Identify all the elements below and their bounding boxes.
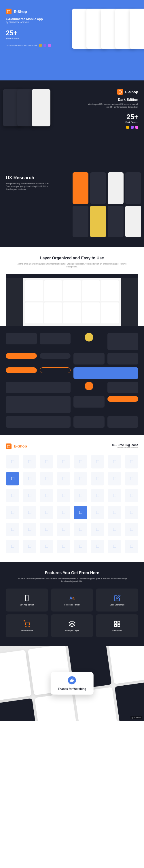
- icon-cell: [6, 472, 19, 486]
- icon-cell: [74, 523, 87, 536]
- artboard-thumb: [101, 280, 119, 301]
- svg-rect-19: [11, 494, 14, 497]
- icon-cell: [23, 506, 36, 519]
- ui-tab-bar: [6, 416, 71, 428]
- svg-rect-27: [11, 511, 14, 514]
- ui-avatar: [85, 333, 93, 342]
- dark-title: Dark Edition: [87, 98, 138, 102]
- svg-rect-57: [118, 624, 120, 626]
- artboard-thumb: [63, 280, 81, 301]
- mockup-screen: [129, 9, 144, 49]
- mockup-screen: [108, 646, 144, 684]
- hero-mockups: [78, 9, 144, 49]
- svg-rect-37: [45, 528, 48, 530]
- svg-rect-3: [11, 460, 14, 463]
- icon-cell: [40, 489, 53, 502]
- icon-cell: [108, 506, 121, 519]
- hero-section: E-Shop E-Commerce Mobile app By PTI DIGI…: [0, 0, 144, 81]
- svg-rect-7: [79, 460, 82, 463]
- artboard-thumb: [44, 280, 62, 301]
- svg-point-52: [26, 626, 26, 627]
- mockup-screen: [90, 206, 106, 237]
- components-grid: [6, 333, 138, 428]
- mockup-screen: [108, 172, 124, 204]
- icon-cell: [74, 489, 87, 502]
- icon-cell: [23, 540, 36, 553]
- artboard-thumb: [101, 303, 119, 323]
- svg-rect-11: [11, 477, 14, 480]
- icon-cell: [74, 540, 87, 553]
- icon-cell: [40, 540, 53, 553]
- ui-button-outline: [40, 367, 71, 373]
- feature-card: Free Icons: [96, 614, 138, 638]
- editor-layers-panel: [6, 278, 23, 326]
- icon-cell: [108, 472, 121, 486]
- mockup-screen: [73, 172, 89, 204]
- icon-cell: [108, 489, 121, 502]
- design-tool-screenshot: [6, 274, 138, 326]
- ux-research-section: UX Research We spend many time to resear…: [0, 166, 144, 247]
- feature-label: Ready to Use: [21, 629, 33, 631]
- svg-rect-55: [115, 621, 117, 623]
- ui-profile-card: [73, 367, 138, 379]
- icon-cell: [6, 455, 19, 468]
- svg-rect-50: [130, 545, 133, 548]
- feature-card: Easy Customize: [96, 589, 138, 612]
- icon-cell: [108, 523, 121, 536]
- icon-cell: [6, 506, 19, 519]
- svg-rect-12: [28, 477, 31, 480]
- ui-components-section: [0, 326, 144, 435]
- icon-cell: [108, 455, 121, 468]
- icon-cell: [91, 455, 104, 468]
- features-description: This kit is 100% compatible with iOS sys…: [6, 577, 138, 583]
- icon-cell: [125, 506, 138, 519]
- svg-rect-18: [130, 477, 133, 480]
- svg-rect-45: [45, 545, 48, 548]
- dark-description: We designed 25+ modern and useful UI scr…: [87, 103, 138, 108]
- editor-properties-panel: [121, 278, 138, 326]
- cart-icon: [23, 620, 30, 627]
- svg-rect-33: [113, 511, 116, 514]
- mockup-screen: [34, 693, 78, 721]
- icon-cell: [91, 489, 104, 502]
- layer-description: All the layer are well Organized with me…: [6, 262, 138, 268]
- hero-note-text: Light and Dark version are available her…: [6, 44, 37, 46]
- mockup-screen: [73, 206, 89, 237]
- icons-title: 80+ Free Svg icons: [112, 443, 138, 447]
- svg-rect-39: [79, 528, 82, 530]
- svg-rect-42: [130, 528, 133, 530]
- svg-rect-16: [96, 477, 99, 480]
- icon-cell: [74, 506, 87, 519]
- artboard-thumb: [25, 303, 43, 323]
- icon-cell: [57, 472, 70, 486]
- svg-rect-44: [28, 545, 31, 548]
- dark-edition-section: E-Shop Dark Edition We designed 25+ mode…: [0, 81, 144, 166]
- svg-rect-35: [11, 528, 14, 530]
- mockup-screen: [125, 206, 141, 237]
- svg-rect-58: [115, 624, 117, 626]
- icon-cell: [57, 523, 70, 536]
- svg-rect-5: [45, 460, 48, 463]
- bag-icon: [6, 443, 11, 449]
- xd-icon: [48, 44, 51, 47]
- bag-icon: [117, 89, 123, 95]
- features-title: Features You Get From Here: [6, 570, 138, 575]
- ui-checkmark: [85, 382, 93, 390]
- icon-cell: [74, 455, 87, 468]
- bag-icon: [6, 9, 11, 14]
- ui-component: [73, 353, 104, 365]
- ui-button: [6, 367, 37, 373]
- mockup-screen: [0, 650, 32, 701]
- figma-icon: [131, 126, 134, 129]
- svg-rect-41: [113, 528, 116, 530]
- svg-rect-56: [118, 621, 120, 623]
- svg-rect-14: [62, 477, 65, 480]
- icons-subtitle: Editable icon free Download: [112, 447, 138, 448]
- ui-card: [107, 333, 139, 350]
- svg-rect-22: [62, 494, 65, 497]
- brand-name: E-Shop: [14, 444, 27, 448]
- ux-mockups: [73, 172, 141, 237]
- svg-rect-24: [96, 494, 99, 497]
- svg-rect-26: [130, 494, 133, 497]
- svg-rect-40: [96, 528, 99, 530]
